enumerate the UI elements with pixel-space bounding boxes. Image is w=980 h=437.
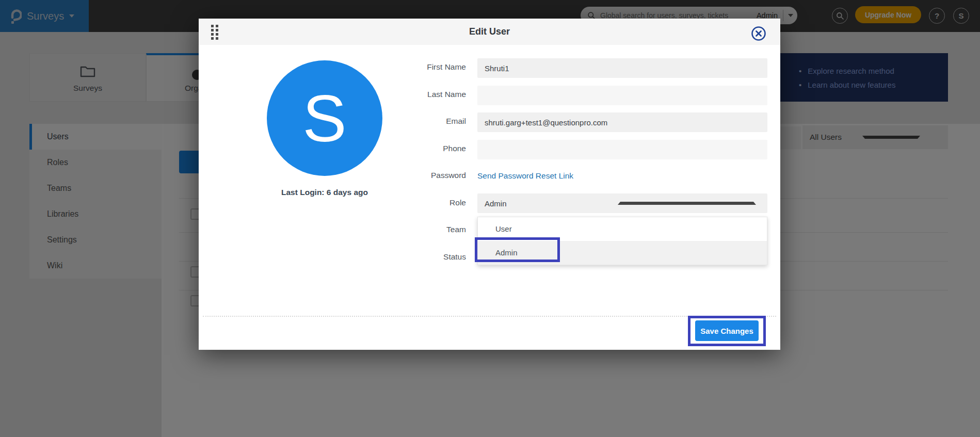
- phone-field[interactable]: [477, 140, 767, 159]
- last-name-field[interactable]: [477, 86, 767, 105]
- phone-label: Phone: [363, 144, 466, 153]
- role-option-admin[interactable]: Admin: [478, 241, 767, 265]
- status-label: Status: [363, 252, 466, 262]
- close-icon: [751, 26, 766, 41]
- role-dropdown-menu: User Admin: [477, 217, 767, 265]
- modal-header: Edit User: [199, 19, 780, 45]
- footer-divider: [203, 316, 776, 317]
- role-select[interactable]: Admin: [477, 193, 767, 213]
- send-password-reset-link[interactable]: Send Password Reset Link: [477, 171, 573, 181]
- last-name-label: Last Name: [363, 90, 466, 99]
- role-label: Role: [363, 198, 466, 207]
- email-label: Email: [363, 117, 466, 126]
- last-login-text: Last Login: 6 days ago: [237, 188, 412, 197]
- chevron-up-icon: [618, 202, 756, 205]
- password-label: Password: [363, 171, 466, 180]
- modal-title: Edit User: [199, 19, 780, 45]
- team-label: Team: [363, 225, 466, 234]
- close-button[interactable]: [751, 26, 766, 41]
- role-option-user[interactable]: User: [478, 217, 767, 241]
- first-name-label: First Name: [363, 62, 466, 72]
- email-field[interactable]: [477, 112, 767, 132]
- save-changes-button[interactable]: Save Changes: [695, 320, 759, 341]
- first-name-field[interactable]: [477, 58, 767, 78]
- edit-user-modal: Edit User S Last Login: 6 days ago First…: [199, 19, 780, 350]
- role-selected-value: Admin: [485, 199, 618, 208]
